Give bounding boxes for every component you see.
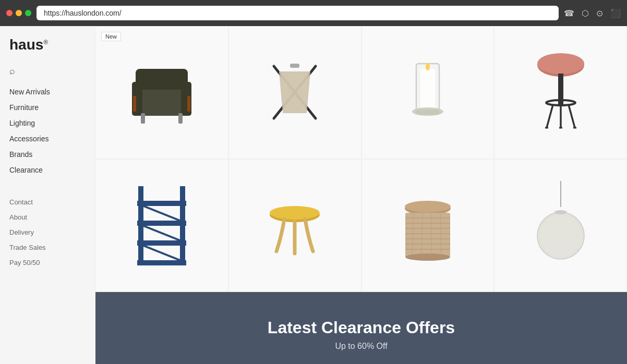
- main-nav: New Arrivals Furniture Lighting Accessor…: [0, 84, 95, 178]
- share-icon[interactable]: ⬛: [610, 8, 621, 18]
- svg-point-20: [537, 53, 584, 74]
- clearance-banner-title: Latest Clearance Offers: [106, 318, 617, 337]
- product-item-7[interactable]: [361, 159, 495, 292]
- svg-line-35: [143, 206, 180, 221]
- svg-rect-33: [137, 240, 186, 246]
- browser-toolbar-icons: ☎ ⬡ ⊙ ⬛: [564, 8, 621, 18]
- svg-line-24: [569, 105, 575, 128]
- svg-rect-5: [178, 113, 183, 124]
- browser-dots: [6, 10, 31, 16]
- sidebar-item-brands[interactable]: Brands: [0, 147, 95, 162]
- svg-line-36: [143, 226, 180, 240]
- user-icon[interactable]: ⬡: [582, 8, 589, 18]
- armchair-image: [123, 58, 201, 126]
- product-item-3[interactable]: [361, 26, 495, 159]
- svg-rect-4: [141, 113, 145, 124]
- sidebar-item-contact[interactable]: Contact: [0, 195, 95, 210]
- svg-point-59: [554, 210, 567, 214]
- svg-rect-6: [133, 96, 136, 112]
- sidebar-item-furniture[interactable]: Furniture: [0, 100, 95, 115]
- sidebar-item-lighting[interactable]: Lighting: [0, 115, 95, 131]
- candle-holder-image: [402, 53, 454, 131]
- sidebar-item-clearance[interactable]: Clearance: [0, 162, 95, 178]
- sidebar-item-pay-5050[interactable]: Pay 50/50: [0, 255, 95, 270]
- product-item-1[interactable]: New: [95, 26, 228, 159]
- bin-image: [394, 184, 462, 267]
- sidebar: haus® ⌕ New Arrivals Furniture Lighting …: [0, 26, 95, 364]
- sidebar-item-delivery[interactable]: Delivery: [0, 225, 95, 240]
- svg-rect-12: [290, 64, 299, 68]
- minimize-dot[interactable]: [16, 10, 22, 16]
- svg-rect-18: [416, 110, 439, 115]
- svg-point-16: [426, 63, 430, 70]
- svg-rect-32: [137, 221, 186, 226]
- product-item-8[interactable]: [494, 159, 627, 292]
- product-grid: New: [95, 26, 627, 292]
- svg-line-37: [143, 246, 180, 260]
- main-content: New: [95, 26, 627, 364]
- sidebar-item-new-arrivals[interactable]: New Arrivals: [0, 84, 95, 100]
- svg-marker-11: [281, 73, 309, 112]
- svg-rect-1: [136, 69, 188, 90]
- phone-icon[interactable]: ☎: [564, 8, 574, 18]
- product-item-5[interactable]: [95, 159, 228, 292]
- stool-image: [261, 189, 329, 262]
- maximize-dot[interactable]: [25, 10, 31, 16]
- pendant-light-image: [535, 178, 587, 272]
- address-bar[interactable]: https://hauslondon.com/: [37, 6, 559, 20]
- new-badge: New: [101, 32, 121, 41]
- clearance-banner-subtitle: Up to 60% Off: [106, 342, 617, 351]
- shelving-unit-image: [128, 181, 196, 270]
- magazine-rack-image: [261, 56, 329, 129]
- svg-rect-7: [187, 96, 190, 112]
- nav-divider: [0, 178, 95, 190]
- svg-rect-34: [137, 260, 186, 265]
- search-icon[interactable]: ⌕: [0, 63, 95, 84]
- close-dot[interactable]: [6, 10, 13, 16]
- bar-stool-image: [527, 51, 595, 134]
- secondary-nav: Contact About Delivery Trade Sales Pay 5…: [0, 195, 95, 270]
- svg-point-39: [270, 206, 320, 220]
- svg-line-23: [547, 105, 553, 128]
- product-item-4[interactable]: [494, 26, 627, 159]
- svg-point-58: [540, 215, 582, 257]
- sidebar-item-accessories[interactable]: Accessories: [0, 131, 95, 147]
- site-logo[interactable]: haus®: [0, 33, 95, 63]
- svg-rect-15: [420, 69, 435, 110]
- clearance-banner[interactable]: Latest Clearance Offers Up to 60% Off: [95, 292, 627, 365]
- app-container: haus® ⌕ New Arrivals Furniture Lighting …: [0, 26, 627, 364]
- product-item-6[interactable]: [228, 159, 361, 292]
- url-text: https://hauslondon.com/: [44, 9, 122, 17]
- svg-point-41: [405, 201, 451, 212]
- location-icon[interactable]: ⊙: [596, 8, 603, 18]
- svg-rect-31: [137, 201, 186, 206]
- sidebar-item-trade-sales[interactable]: Trade Sales: [0, 240, 95, 255]
- sidebar-item-about[interactable]: About: [0, 210, 95, 225]
- browser-chrome: https://hauslondon.com/ ☎ ⬡ ⊙ ⬛: [0, 0, 627, 26]
- svg-rect-0: [136, 87, 188, 116]
- product-item-2[interactable]: [228, 26, 361, 159]
